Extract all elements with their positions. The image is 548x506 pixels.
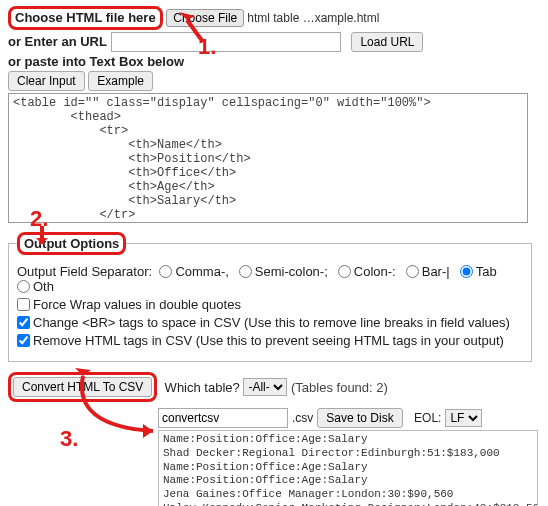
sep-other[interactable]: Oth [17, 279, 54, 294]
file-ext-label: .csv [292, 411, 313, 425]
output-options-fieldset: Output Options Output Field Separator: C… [8, 232, 532, 363]
tables-found-text: (Tables found: 2) [291, 380, 388, 395]
opt-change-br[interactable]: Change <BR> tags to space in CSV (Use th… [17, 315, 510, 330]
filename-input[interactable] [158, 408, 288, 428]
choose-file-button[interactable]: Choose File [166, 9, 244, 27]
paste-label: or paste into Text Box below [8, 54, 184, 69]
sep-colon[interactable]: Colon-: [338, 264, 396, 279]
clear-input-button[interactable]: Clear Input [8, 71, 85, 91]
save-to-disk-button[interactable]: Save to Disk [317, 408, 402, 428]
convert-button[interactable]: Convert HTML To CSV [13, 377, 152, 397]
sep-semi[interactable]: Semi-colon-; [239, 264, 328, 279]
which-table-select[interactable]: -All- [243, 378, 287, 396]
choose-file-label: Choose HTML file here [8, 6, 163, 30]
load-url-button[interactable]: Load URL [351, 32, 423, 52]
step-3-label: 3. [60, 426, 78, 452]
sep-tab[interactable]: Tab [460, 264, 497, 279]
svg-marker-3 [143, 424, 153, 438]
url-input[interactable] [111, 32, 341, 52]
example-button[interactable]: Example [88, 71, 153, 91]
enter-url-label: or Enter an URL [8, 34, 107, 49]
output-options-legend: Output Options [17, 232, 126, 256]
eol-select[interactable]: LF [445, 409, 482, 427]
separator-label: Output Field Separator: [17, 264, 152, 279]
chosen-file-text: html table …xample.html [247, 11, 379, 25]
eol-label: EOL: [414, 411, 441, 425]
opt-force-wrap[interactable]: Force Wrap values in double quotes [17, 297, 241, 312]
opt-remove-html[interactable]: Remove HTML tags in CSV (Use this to pre… [17, 333, 504, 348]
sep-bar[interactable]: Bar-| [406, 264, 450, 279]
output-area[interactable]: Name:Position:Office:Age:Salary Shad Dec… [158, 430, 538, 506]
sep-comma[interactable]: Comma-, [159, 264, 228, 279]
source-textarea[interactable] [8, 93, 528, 223]
which-table-label: Which table? [165, 380, 240, 395]
